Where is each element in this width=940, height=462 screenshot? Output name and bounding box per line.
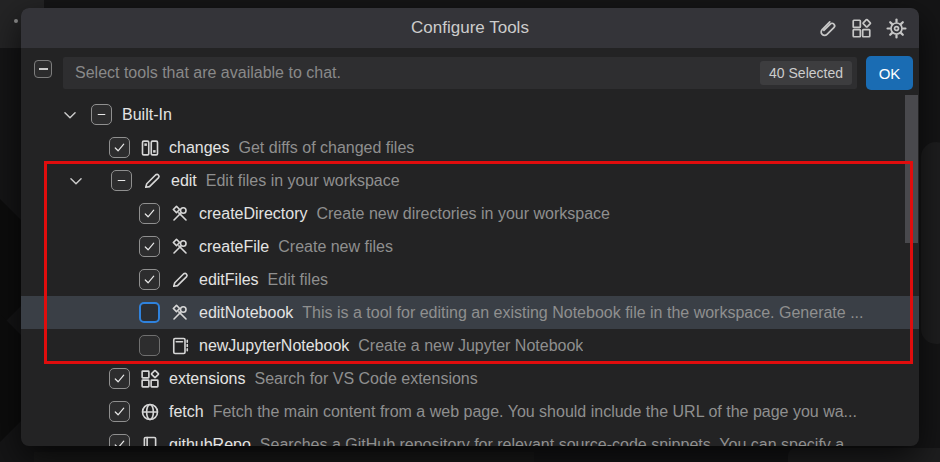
pencil-icon <box>170 270 190 290</box>
tool-row-changes[interactable]: changes Get diffs of changed files <box>21 131 919 164</box>
tool-label: createFile <box>199 238 269 256</box>
checkbox-editNotebook[interactable] <box>139 302 160 323</box>
tool-row-built-in[interactable]: Built-In <box>21 98 919 131</box>
tool-description: This is a tool for editing an existing N… <box>302 304 863 322</box>
checkbox-built-in[interactable] <box>91 104 112 125</box>
tools-icon <box>170 204 190 224</box>
gear-icon[interactable] <box>886 18 907 39</box>
titlebar-actions <box>816 8 907 48</box>
filter-row: 40 Selected OK <box>21 48 919 98</box>
tool-description: Create new directories in your workspace <box>316 205 609 223</box>
tool-label: Built-In <box>122 106 172 124</box>
tool-description: Create new files <box>278 238 393 256</box>
tool-row-editNotebook[interactable]: editNotebook This is a tool for editing … <box>21 296 919 329</box>
checkbox-newJupyterNotebook[interactable] <box>139 335 160 356</box>
tools-tree: Built-In changes Get diffs of changed fi… <box>21 98 919 446</box>
chevron-down-icon[interactable] <box>67 172 85 190</box>
checkbox-githubRepo[interactable] <box>109 434 130 446</box>
tool-row-edit[interactable]: edit Edit files in your workspace <box>21 164 919 197</box>
tool-row-fetch[interactable]: fetch Fetch the main content from a web … <box>21 395 919 428</box>
notebook-icon <box>170 336 190 356</box>
globe-icon <box>140 402 160 422</box>
tools-icon <box>170 237 190 257</box>
tool-description: Edit files in your workspace <box>206 172 400 190</box>
attach-icon[interactable] <box>816 18 837 39</box>
checkbox-edit[interactable] <box>111 170 132 191</box>
indeterminate-dash-icon <box>39 68 48 70</box>
ok-button[interactable]: OK <box>866 56 913 90</box>
selected-count-badge: 40 Selected <box>760 61 852 85</box>
tool-row-createDirectory[interactable]: createDirectory Create new directories i… <box>21 197 919 230</box>
tool-label: createDirectory <box>199 205 307 223</box>
chevron-down-icon[interactable] <box>61 106 79 124</box>
backdrop-shape <box>788 448 940 462</box>
tool-label: edit <box>171 172 197 190</box>
extensions-icon[interactable] <box>851 18 872 39</box>
tool-row-githubRepo[interactable]: githubRepo Searches a GitHub repository … <box>21 428 919 446</box>
checkbox-fetch[interactable] <box>109 401 130 422</box>
backdrop-shape <box>921 142 940 344</box>
checkbox-editFiles[interactable] <box>139 269 160 290</box>
diff-icon <box>140 138 160 158</box>
tool-label: editFiles <box>199 271 259 289</box>
dialog-title: Configure Tools <box>21 8 919 48</box>
tool-row-editFiles[interactable]: editFiles Edit files <box>21 263 919 296</box>
filter-input-wrap: 40 Selected <box>63 57 857 89</box>
tool-description: Get diffs of changed files <box>239 139 415 157</box>
extensions-icon <box>140 369 160 389</box>
checkbox-extensions[interactable] <box>109 368 130 389</box>
tool-row-newJupyterNotebook[interactable]: newJupyterNotebook Create a new Jupyter … <box>21 329 919 362</box>
pencil-icon <box>142 171 162 191</box>
tool-label: editNotebook <box>199 304 293 322</box>
checkbox-changes[interactable] <box>109 137 130 158</box>
toggle-all-checkbox[interactable] <box>34 60 52 78</box>
tool-description: Create a new Jupyter Notebook <box>358 337 583 355</box>
tool-label: changes <box>169 139 230 157</box>
tool-row-createFile[interactable]: createFile Create new files <box>21 230 919 263</box>
configure-tools-dialog: Configure Tools 40 Selected OK Built-In … <box>21 8 919 446</box>
tool-description: Fetch the main content from a web page. … <box>213 403 857 421</box>
tool-row-extensions[interactable]: extensions Search for VS Code extensions <box>21 362 919 395</box>
tool-label: fetch <box>169 403 204 421</box>
tools-icon <box>170 303 190 323</box>
backdrop-dot <box>14 19 18 23</box>
checkbox-createFile[interactable] <box>139 236 160 257</box>
tool-description: Edit files <box>268 271 328 289</box>
tool-description: Search for VS Code extensions <box>255 370 478 388</box>
tool-label: extensions <box>169 370 246 388</box>
scrollbar-thumb[interactable] <box>905 95 918 243</box>
repo-icon <box>140 435 160 447</box>
checkbox-createDirectory[interactable] <box>139 203 160 224</box>
filter-input[interactable] <box>63 57 857 89</box>
tool-label: newJupyterNotebook <box>199 337 349 355</box>
dialog-titlebar: Configure Tools <box>21 8 919 48</box>
tool-label: githubRepo <box>169 436 251 447</box>
backdrop-shape <box>34 452 534 462</box>
tool-description: Searches a GitHub repository for relevan… <box>260 436 858 447</box>
